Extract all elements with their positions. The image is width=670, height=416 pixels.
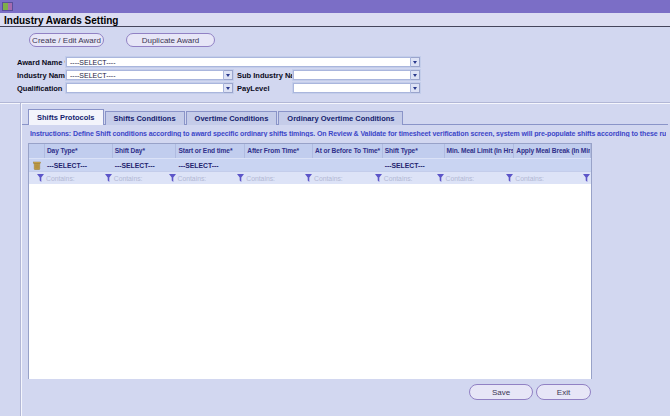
- cell-day-type[interactable]: ---SELECT---: [45, 159, 113, 171]
- filter-funnel-icon[interactable]: [105, 174, 112, 183]
- award-name-value: ----SELECT----: [67, 59, 116, 66]
- tab-shifts-conditions[interactable]: Shifts Conditions: [105, 111, 185, 125]
- filter-start-or-end-time[interactable]: Contains:: [169, 172, 238, 184]
- window-titlebar: [0, 0, 670, 13]
- cell-min-meal-limit[interactable]: [445, 159, 515, 171]
- filter-funnel-icon[interactable]: [375, 174, 382, 183]
- award-name-dropdown-arrow-icon[interactable]: [411, 57, 420, 67]
- qualification-select[interactable]: [65, 82, 234, 94]
- pay-level-dropdown-arrow-icon[interactable]: [411, 83, 420, 93]
- page-title: Industry Awards Setting: [4, 15, 118, 26]
- cell-shift-day[interactable]: ---SELECT---: [113, 159, 177, 171]
- page-header: Industry Awards Setting: [0, 13, 670, 27]
- duplicate-award-button[interactable]: Duplicate Award: [126, 33, 215, 47]
- filter-apply-meal-break[interactable]: Contains:: [506, 172, 583, 184]
- cell-at-or-before-to-time[interactable]: [313, 159, 383, 171]
- app-logo-icon: [2, 2, 13, 11]
- exit-button[interactable]: Exit: [536, 384, 591, 400]
- sub-industry-name-select[interactable]: [292, 69, 421, 81]
- filter-funnel-icon[interactable]: [583, 172, 591, 184]
- tabstrip: Shifts Protocols Shifts Conditions Overt…: [28, 109, 404, 125]
- col-header-after-from-time[interactable]: After From Time*: [245, 144, 313, 158]
- shifts-protocols-grid: Day Type* Shift Day* Start or End time* …: [28, 143, 592, 379]
- filter-min-meal-limit[interactable]: Contains:: [437, 172, 507, 184]
- grid-empty-body: [29, 184, 591, 379]
- tab-ordinary-overtime-conditions[interactable]: Ordinary Overtime Conditions: [278, 111, 403, 125]
- qualification-label: Qualification: [17, 84, 62, 93]
- col-header-start-or-end-time[interactable]: Start or End time*: [176, 144, 245, 158]
- filter-funnel-icon[interactable]: [237, 174, 244, 183]
- cell-apply-meal-break[interactable]: [514, 159, 591, 171]
- industry-name-dropdown-arrow-icon[interactable]: [224, 70, 233, 80]
- section-divider: [0, 102, 670, 104]
- cell-start-or-end-time[interactable]: ---SELECT---: [176, 159, 245, 171]
- filter-funnel-icon[interactable]: [506, 174, 513, 183]
- cell-after-from-time[interactable]: [245, 159, 313, 171]
- cell-shift-type[interactable]: ---SELECT---: [383, 159, 445, 171]
- filter-at-or-before-to-time[interactable]: Contains:: [305, 172, 375, 184]
- panel-left-border: [20, 103, 22, 416]
- create-edit-award-button[interactable]: Create / Edit Award: [29, 33, 104, 47]
- tab-shifts-protocols[interactable]: Shifts Protocols: [28, 109, 104, 125]
- filter-shift-day[interactable]: Contains:: [105, 172, 169, 184]
- col-header-shift-day[interactable]: Shift Day*: [113, 144, 177, 158]
- tab-overtime-conditions[interactable]: Overtime Conditions: [186, 111, 278, 125]
- row-selector-header: [29, 144, 45, 158]
- filter-after-from-time[interactable]: Contains:: [237, 172, 305, 184]
- col-header-min-meal-limit[interactable]: Min. Meal Limit (In Hrs)*: [445, 144, 515, 158]
- award-name-select[interactable]: ----SELECT----: [65, 56, 421, 68]
- save-button[interactable]: Save: [469, 384, 533, 400]
- industry-awards-window: Industry Awards Setting Create / Edit Aw…: [0, 0, 670, 416]
- col-header-shift-type[interactable]: Shift Type*: [383, 144, 445, 158]
- filter-funnel-icon[interactable]: [169, 174, 176, 183]
- pay-level-select[interactable]: [292, 82, 421, 94]
- col-header-apply-meal-break[interactable]: Apply Meal Break (In Mins)*: [514, 144, 591, 158]
- pay-level-label: PayLevel: [237, 84, 270, 93]
- award-name-label: Award Name *: [17, 58, 67, 67]
- filter-day-type[interactable]: Contains:: [37, 172, 105, 184]
- industry-name-value: ----SELECT----: [67, 72, 116, 79]
- grid-header-row: Day Type* Shift Day* Start or End time* …: [29, 144, 591, 158]
- grid-data-row: ---SELECT--- ---SELECT--- ---SELECT--- -…: [29, 158, 591, 171]
- industry-name-select[interactable]: ----SELECT----: [65, 69, 234, 81]
- qualification-dropdown-arrow-icon[interactable]: [224, 83, 233, 93]
- delete-row-icon[interactable]: [29, 159, 45, 171]
- filter-shift-type[interactable]: Contains:: [375, 172, 437, 184]
- sub-industry-dropdown-arrow-icon[interactable]: [411, 70, 420, 80]
- grid-filter-row: Contains: Contains: Contains: Contains: …: [29, 171, 591, 184]
- instructions-text: Instructions: Define Shift conditions ac…: [30, 130, 666, 137]
- filter-funnel-icon[interactable]: [305, 174, 312, 183]
- filter-funnel-icon[interactable]: [37, 174, 44, 183]
- col-header-day-type[interactable]: Day Type*: [45, 144, 113, 158]
- industry-name-label: Industry Name: [17, 71, 69, 80]
- col-header-at-or-before-to-time[interactable]: At or Before To Time*: [313, 144, 383, 158]
- filter-funnel-icon[interactable]: [437, 174, 444, 183]
